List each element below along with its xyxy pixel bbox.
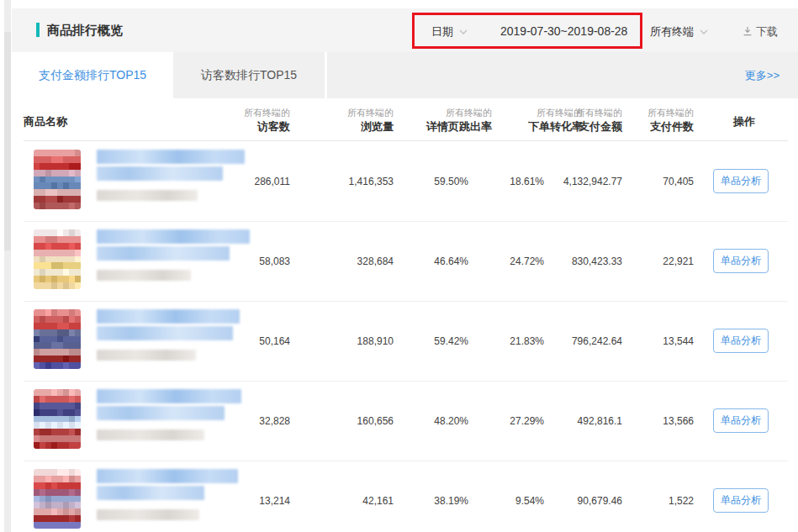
blurred-text-line (97, 229, 250, 244)
product-name-blurred[interactable] (97, 389, 241, 440)
product-name-blurred[interactable] (97, 469, 238, 520)
date-range-value[interactable]: 2019-07-30~2019-08-28 (500, 24, 627, 38)
product-table-body: 286,011 1,416,353 59.50% 18.61% 4,132,94… (12, 141, 798, 532)
product-thumbnail[interactable] (34, 229, 81, 289)
download-button[interactable]: 下载 (743, 24, 778, 40)
page-title: 商品排行概览 (36, 23, 123, 37)
terminal-filter-dropdown[interactable]: 所有终端 (650, 24, 708, 40)
table-row: 13,214 42,161 38.19% 9.54% 90,679.46 1,5… (12, 461, 798, 532)
cell-payment-items: 22,921 (663, 255, 694, 267)
cell-payment-amount: 90,679.46 (578, 495, 622, 507)
page-gutter (0, 0, 12, 532)
column-header-pageviews: 所有终端的 浏览量 (347, 106, 394, 134)
item-analysis-button[interactable]: 单品分析 (713, 329, 769, 353)
blurred-text-line (97, 166, 223, 181)
table-row: 58,083 328,684 46.64% 24.72% 830,423.33 … (12, 221, 798, 301)
product-thumbnail[interactable] (34, 469, 81, 529)
tab-bar-right: 更多>> (327, 52, 798, 98)
blurred-text-line (97, 509, 199, 520)
product-thumbnail[interactable] (34, 150, 81, 209)
blurred-text-line (97, 270, 191, 281)
item-analysis-button[interactable]: 单品分析 (713, 249, 769, 273)
cell-conversion-rate: 24.72% (510, 255, 544, 267)
cell-payment-items: 70,405 (663, 176, 694, 187)
blurred-product-image (34, 150, 81, 209)
chevron-down-icon (700, 24, 708, 37)
product-name-blurred[interactable] (97, 229, 250, 281)
tab-visitor-ranking[interactable]: 访客数排行TOP15 (173, 52, 325, 98)
column-header-visitors: 所有终端的 访客数 (244, 106, 290, 134)
blurred-text-line (97, 326, 233, 340)
tab-payment-ranking[interactable]: 支付金额排行TOP15 (12, 52, 173, 98)
table-row: 50,164 188,910 59.42% 21.83% 796,242.64 … (12, 301, 798, 381)
column-header-payment-amount: 所有终端的 支付金额 (576, 106, 622, 134)
cell-conversion-rate: 18.61% (510, 176, 544, 187)
tab-bar: 支付金额排行TOP15 访客数排行TOP15 更多>> (12, 52, 798, 98)
blurred-text-line (97, 469, 238, 483)
table-row: 286,011 1,416,353 59.50% 18.61% 4,132,94… (12, 141, 798, 221)
cell-bounce-rate: 48.20% (434, 415, 468, 427)
date-filter-dropdown[interactable]: 日期 (431, 24, 468, 40)
cell-visitors: 32,828 (259, 415, 290, 427)
cell-conversion-rate: 21.83% (510, 335, 544, 347)
product-ranking-panel: 商品排行概览 日期 2019-07-30~2019-08-28 所有终端 下载 … (12, 0, 798, 532)
column-header-bounce-rate: 所有终端的 详情页跳出率 (426, 106, 492, 134)
item-analysis-button[interactable]: 单品分析 (713, 488, 769, 513)
cell-conversion-rate: 9.54% (515, 495, 544, 507)
blurred-text-line (97, 150, 245, 164)
download-icon (743, 26, 753, 39)
cell-visitors: 50,164 (259, 335, 290, 347)
blurred-text-line (97, 246, 230, 261)
cell-bounce-rate: 46.64% (434, 255, 468, 267)
cell-conversion-rate: 27.29% (510, 415, 544, 427)
cell-payment-amount: 796,242.64 (572, 335, 622, 347)
cell-payment-amount: 492,816.1 (578, 415, 622, 427)
scrollbar-thumb[interactable] (4, 32, 11, 250)
column-header-conversion-rate: 所有终端的 下单转化率 (528, 106, 583, 134)
cell-pageviews: 1,416,353 (349, 176, 394, 187)
blurred-text-line (97, 486, 204, 500)
cell-payment-amount: 830,423.33 (572, 255, 622, 267)
panel-header: 商品排行概览 日期 2019-07-30~2019-08-28 所有终端 下载 (12, 8, 798, 52)
cell-bounce-rate: 38.19% (434, 495, 468, 507)
blurred-text-line (97, 190, 198, 201)
table-row: 32,828 160,656 48.20% 27.29% 492,816.1 1… (12, 381, 798, 461)
item-analysis-button[interactable]: 单品分析 (713, 169, 769, 193)
blurred-text-line (97, 429, 204, 440)
product-thumbnail[interactable] (34, 389, 81, 449)
blurred-product-image (34, 389, 81, 449)
page-scrollbar[interactable] (4, 0, 11, 532)
cell-pageviews: 328,684 (357, 255, 394, 267)
cell-bounce-rate: 59.42% (434, 335, 468, 347)
cell-pageviews: 188,910 (357, 335, 394, 347)
column-header-payment-items: 所有终端的 支付件数 (647, 106, 694, 134)
blurred-product-image (34, 309, 81, 369)
cell-payment-items: 1,522 (669, 495, 694, 507)
cell-payment-items: 13,544 (663, 335, 694, 347)
blurred-product-image (34, 229, 81, 289)
column-header-action: 操作 (716, 114, 772, 129)
blurred-product-image (34, 469, 81, 529)
cell-pageviews: 160,656 (357, 415, 394, 427)
column-header-product-name: 商品名称 (24, 114, 67, 129)
cell-payment-amount: 4,132,942.77 (563, 176, 622, 187)
cell-bounce-rate: 59.50% (434, 176, 468, 187)
table-header-row: 商品名称 所有终端的 访客数 所有终端的 浏览量 所有终端的 详情页跳出率 所有… (12, 98, 798, 141)
more-link[interactable]: 更多>> (745, 68, 780, 83)
item-analysis-button[interactable]: 单品分析 (713, 408, 769, 433)
blurred-text-line (97, 309, 240, 324)
cell-visitors: 286,011 (255, 176, 291, 187)
blurred-text-line (97, 350, 196, 361)
cell-payment-items: 13,566 (663, 415, 694, 427)
product-name-blurred[interactable] (97, 150, 245, 201)
product-name-blurred[interactable] (97, 309, 240, 361)
cell-visitors: 13,214 (259, 495, 290, 507)
blurred-text-line (97, 406, 225, 420)
chevron-down-icon (459, 24, 468, 37)
cell-visitors: 58,083 (259, 255, 290, 267)
blurred-text-line (97, 389, 241, 403)
cell-pageviews: 42,161 (362, 495, 394, 507)
product-thumbnail[interactable] (34, 309, 81, 369)
